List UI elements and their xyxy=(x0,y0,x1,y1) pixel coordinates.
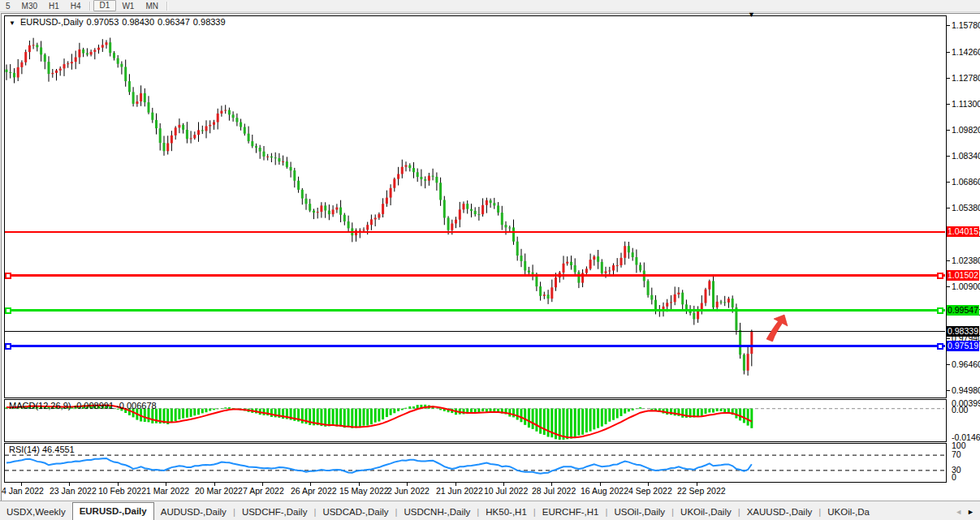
price-axis-tick xyxy=(946,208,950,208)
support-line-green[interactable] xyxy=(5,309,945,312)
date-axis-label: 7 Apr 2022 xyxy=(243,486,284,496)
price-axis-label: 1.08340 xyxy=(952,151,980,161)
date-axis-tick xyxy=(407,483,408,486)
chart-tab-bar: USDX,WeeklyEURUSD-,DailyAUDUSD-,Daily|US… xyxy=(0,501,980,520)
date-axis-tick xyxy=(166,483,166,486)
date-axis-tick xyxy=(69,483,70,486)
date-axis-label: 10 Feb 2022 xyxy=(98,486,146,496)
line-handle-support-line-green[interactable] xyxy=(937,307,943,314)
date-axis-label: 10 Jul 2022 xyxy=(484,486,528,496)
date-axis-label: 23 Jan 2022 xyxy=(50,486,97,496)
date-axis-tick xyxy=(697,483,697,486)
price-badge-support-line-blue: 0.97519 xyxy=(947,341,979,351)
price-axis-label: 1.09820 xyxy=(952,125,980,135)
tab-usdcad-daily[interactable]: USDCAD-,Daily xyxy=(316,503,395,520)
price-axis-tick xyxy=(946,52,950,53)
price-axis-tick xyxy=(946,25,950,26)
price-axis-label: 1.06860 xyxy=(952,177,980,187)
date-axis-tick xyxy=(600,483,601,486)
rsi-indicator-label: RSI(14) 46.4551 xyxy=(9,445,75,454)
date-axis-tick xyxy=(262,483,263,486)
current-price-line[interactable] xyxy=(5,331,945,332)
price-badge-resistance-line-1: 1.04015 xyxy=(947,226,979,237)
tab-usdchf-daily[interactable]: USDCHF-,Daily xyxy=(235,503,314,520)
rsi-name: RSI(14) xyxy=(9,445,40,454)
price-axis-tick xyxy=(946,390,950,391)
chart-svg xyxy=(0,0,945,483)
date-axis-tick xyxy=(214,483,215,486)
ohlc-high: 0.98430 xyxy=(122,17,154,27)
tab-usoil-daily[interactable]: USOil-,Daily xyxy=(607,503,671,520)
price-badge-resistance-line-2: 1.01502 xyxy=(947,270,979,281)
rsi-layer xyxy=(5,455,944,474)
candlestick-layer xyxy=(6,38,753,376)
line-handle-support-line-blue[interactable] xyxy=(937,343,943,350)
date-axis-tick xyxy=(21,483,22,486)
line-handle-support-line-blue[interactable] xyxy=(5,343,11,350)
tab-scroll-right-icon[interactable]: ► xyxy=(967,508,974,516)
date-axis-tick xyxy=(503,483,504,486)
price-axis-tick xyxy=(946,364,950,365)
tab-eurusd-daily[interactable]: EURUSD-,Daily xyxy=(72,502,154,520)
price-badge-current-price-line: 0.98339 xyxy=(947,326,979,337)
price-axis-label: 0.94980 xyxy=(952,385,980,395)
price-axis-label: 1.05380 xyxy=(952,203,980,213)
macd-value-1: -0.008991 xyxy=(73,401,114,410)
line-handle-resistance-line-2[interactable] xyxy=(937,273,943,279)
date-axis-label: 15 May 2022 xyxy=(339,486,389,496)
price-axis-tick xyxy=(946,104,950,105)
chart-canvas xyxy=(0,0,945,487)
tab-scroll-arrows: ◄► xyxy=(952,503,980,520)
ohlc-low: 0.96347 xyxy=(158,17,190,27)
date-axis-label: 4 Jan 2022 xyxy=(2,486,44,496)
date-axis-tick xyxy=(118,483,119,486)
tab-ukoil-da[interactable]: UKOil-,Da xyxy=(821,503,876,520)
support-line-blue[interactable] xyxy=(5,345,945,347)
price-badge-support-line-green: 0.99547 xyxy=(947,305,979,316)
date-axis-tick xyxy=(310,483,311,486)
line-handle-support-line-green[interactable] xyxy=(5,307,11,314)
tab-audusd-daily[interactable]: AUDUSD-,Daily xyxy=(154,503,233,520)
price-axis-tick xyxy=(946,130,950,131)
macd-name: MACD(12,26,9) xyxy=(9,401,71,410)
price-axis-tick xyxy=(946,286,950,287)
price-axis-label: 1.00900 xyxy=(952,281,980,291)
ohlc-close: 0.98339 xyxy=(193,17,226,27)
date-axis-label: 1 Mar 2022 xyxy=(146,486,189,496)
macd-value-2: -0.006678 xyxy=(116,401,157,410)
price-axis-label: 1.15780 xyxy=(952,20,980,30)
line-handle-resistance-line-2[interactable] xyxy=(5,273,11,279)
macd-zero-label: 0.00 xyxy=(952,405,968,415)
tab-scroll-left-icon[interactable]: ◄ xyxy=(955,508,962,516)
date-axis-label: 20 Mar 2022 xyxy=(195,486,243,496)
tab-hk50-h1[interactable]: HK50-,H1 xyxy=(479,503,533,520)
chart-title-bar: ▼EURUSD-,Daily0.970530.984300.963470.983… xyxy=(9,17,229,27)
chart-shift-marker-icon[interactable]: ▼ xyxy=(748,11,755,19)
ohlc-open: 0.97053 xyxy=(87,17,119,27)
mt4-app: 5M30H1H4D1W1MN ▼EURUSD-,Daily0.970530.98… xyxy=(0,0,980,520)
price-axis-label: 1.02380 xyxy=(952,256,980,265)
chart-symbol-period: EURUSD-,Daily xyxy=(20,17,84,27)
price-axis-tick xyxy=(946,156,950,157)
tab-ukoil-daily[interactable]: UKOil-,Daily xyxy=(674,503,738,520)
date-axis-label: 4 Sep 2022 xyxy=(628,486,672,496)
date-axis-tick xyxy=(648,483,649,486)
trend-arrow-annotation[interactable] xyxy=(764,314,788,343)
price-axis-label: 0.96460 xyxy=(952,359,980,369)
date-axis-tick xyxy=(455,483,456,486)
date-axis-label: 26 Apr 2022 xyxy=(291,486,337,496)
tab-xauusd-daily[interactable]: XAUUSD-,Daily xyxy=(740,503,819,520)
resistance-line-2[interactable] xyxy=(5,274,945,277)
date-axis-label: 22 Sep 2022 xyxy=(677,486,726,496)
tab-eurchf-h1[interactable]: EURCHF-,H1 xyxy=(536,503,606,520)
price-axis-tick xyxy=(946,338,950,339)
date-axis-tick xyxy=(551,483,552,486)
price-axis-label: 1.14260 xyxy=(952,47,980,57)
tab-usdcnh-daily[interactable]: USDCNH-,Daily xyxy=(398,503,477,520)
price-axis-tick xyxy=(946,78,950,79)
tab-usdx-weekly[interactable]: USDX,Weekly xyxy=(0,503,72,520)
rsi-level-label: 70 xyxy=(952,449,961,459)
macd-indicator-label: MACD(12,26,9) -0.008991 -0.006678 xyxy=(9,401,157,410)
resistance-line-1[interactable] xyxy=(5,231,945,233)
chart-menu-arrow-icon[interactable]: ▼ xyxy=(9,19,15,27)
